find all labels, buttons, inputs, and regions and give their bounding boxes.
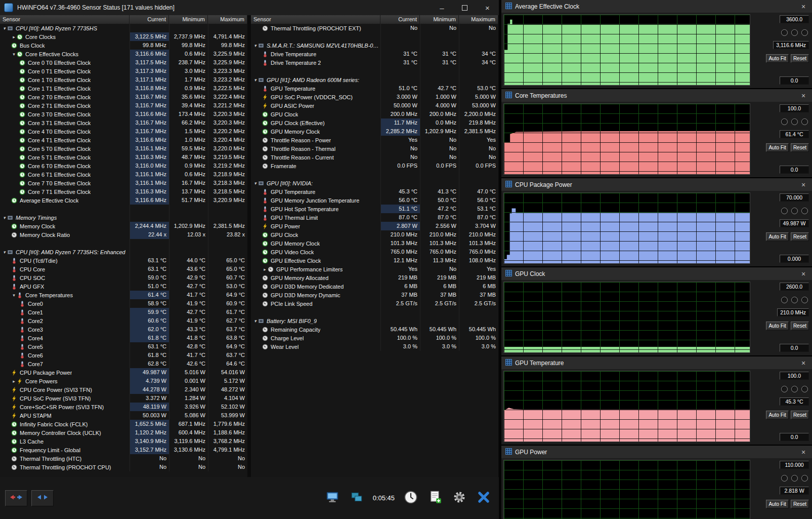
led-indicator[interactable] [801, 208, 808, 214]
led-indicator[interactable] [791, 297, 798, 303]
sensor-row[interactable]: Core 5 T1 Effective Clock3,116.3 MHz48.7… [0, 153, 247, 162]
sensor-row[interactable]: Core461.8 °C41.8 °C63.8 °C [0, 334, 247, 342]
chevron-down-icon[interactable]: ▾ [252, 181, 258, 186]
graph-close-icon[interactable]: × [799, 270, 808, 278]
led-indicator[interactable] [801, 386, 808, 392]
reset-button[interactable]: Reset [791, 54, 809, 63]
led-indicator[interactable] [791, 29, 798, 36]
auto-fit-button[interactable]: Auto Fit [766, 232, 788, 241]
column-header-maximum[interactable]: Maximum [208, 15, 247, 24]
sensor-row[interactable]: Core 0 T1 Effective Clock3,117.3 MHz3.0 … [0, 67, 247, 75]
sensor-row[interactable]: Drive Temperature 231 °C31 °C34 °C [251, 58, 498, 67]
led-indicator[interactable] [781, 29, 788, 36]
sensor-row[interactable]: Core 7 T0 Effective Clock3,116.1 MHz16.7… [0, 179, 247, 187]
sensor-row[interactable]: ▸Core Clocks3,122.5 MHz2,737.9 MHz4,791.… [0, 32, 247, 41]
sensor-row[interactable]: Thermal Throttling (PROCHOT CPU)NoNoNo [0, 463, 247, 471]
sensor-row[interactable]: Throttle Reason - CurrentNoNoNo [251, 153, 498, 162]
graph-header[interactable]: GPU Power× [501, 446, 812, 458]
column-header-current[interactable]: Current [130, 15, 169, 24]
sensor-row[interactable]: PCIe Link Speed2.5 GT/s2.5 GT/s2.5 GT/s [251, 299, 498, 308]
led-indicator[interactable] [801, 118, 808, 125]
sensor-row[interactable]: Core 4 T0 Effective Clock3,116.7 MHz1.5 … [0, 127, 247, 136]
sensor-row[interactable]: GPU D3D Memory Dynamic37 MB37 MB37 MB [251, 291, 498, 299]
chevron-right-icon[interactable]: ▸ [11, 34, 17, 39]
sensor-row[interactable]: Core159.9 °C42.7 °C61.7 °C [0, 308, 247, 316]
chevron-down-icon[interactable]: ▾ [2, 250, 7, 255]
led-indicator[interactable] [781, 208, 788, 214]
sensor-row[interactable]: ▾Core Temperatures61.4 °C41.7 °C64.9 °C [0, 291, 247, 299]
sensor-row[interactable]: Bus Clock99.8 MHz99.8 MHz99.8 MHz [0, 41, 247, 50]
shrink-window-button[interactable] [5, 490, 27, 506]
sensor-row[interactable]: GPU Memory Allocated219 MB219 MB219 MB [251, 273, 498, 282]
sensor-row[interactable]: Core563.1 °C42.8 °C64.9 °C [0, 342, 247, 351]
chevron-right-icon[interactable]: ▸ [11, 379, 17, 384]
clock-button[interactable] [403, 490, 419, 506]
sensor-row[interactable]: Core 0 T0 Effective Clock3,117.5 MHz238.… [0, 58, 247, 67]
sensor-row[interactable]: GPU Temperature45.3 °C41.3 °C47.0 °C [251, 187, 498, 196]
column-header-sensor[interactable]: Sensor [251, 15, 380, 24]
sensor-row[interactable]: Drive Temperature31 °C31 °C34 °C [251, 50, 498, 58]
chevron-down-icon[interactable]: ▾ [11, 52, 17, 57]
sensor-row[interactable]: CPU SOC59.0 °C42.9 °C60.7 °C [0, 273, 247, 282]
sensor-row[interactable]: L3 Cache3,140.9 MHz3,119.6 MHz3,768.2 MH… [0, 437, 247, 446]
sensor-row[interactable]: GPU Hot Spot Temperature51.1 °C47.2 °C53… [251, 205, 498, 213]
sensor-group-row[interactable]: ▾Memory Timings [0, 213, 247, 222]
auto-fit-button[interactable]: Auto Fit [766, 500, 788, 508]
chevron-right-icon[interactable]: ▸ [262, 267, 268, 272]
sensor-row[interactable]: Average Effective Clock3,116.6 MHz51.7 M… [0, 196, 247, 205]
sensor-row[interactable]: Core362.0 °C43.3 °C63.7 °C [0, 325, 247, 334]
reset-button[interactable]: Reset [791, 232, 809, 241]
sensor-row[interactable]: APU STAPM50.003 W5.086 W53.999 W [0, 411, 247, 420]
led-indicator[interactable] [781, 386, 788, 392]
sensor-row[interactable]: Core 6 T0 Effective Clock3,116.0 MHz0.9 … [0, 162, 247, 170]
sensor-row[interactable]: GPU Effective Clock12.1 MHz11.3 MHz108.0… [251, 256, 498, 265]
sensor-row[interactable]: Infinity Fabric Clock (FCLK)1,652.5 MHz6… [0, 420, 247, 428]
sensor-row[interactable]: GPU Clock210.0 MHz210.0 MHz210.0 MHz [251, 230, 498, 239]
chevron-down-icon[interactable]: ▾ [252, 318, 258, 324]
column-header-minimum[interactable]: Minimum [169, 15, 208, 24]
reset-button[interactable]: Reset [791, 143, 809, 152]
graph-header[interactable]: Average Effective Clock× [501, 0, 812, 13]
sensor-row[interactable]: Charge Level100.0 %100.0 %100.0 % [251, 334, 498, 342]
sensor-row[interactable]: CPU SoC Power (SVI3 TFN)3.372 W1.284 W4.… [0, 394, 247, 403]
exit-button[interactable] [476, 490, 492, 506]
sensor-row[interactable]: ▸Core Powers4.739 W0.001 W5.172 W [0, 377, 247, 385]
graph-header[interactable]: Core Temperatures× [501, 89, 812, 102]
sensor-row[interactable]: Core 3 T0 Effective Clock3,116.6 MHz173.… [0, 110, 247, 118]
led-indicator[interactable] [781, 118, 788, 125]
graph-header[interactable]: GPU Temperature× [501, 356, 812, 369]
sensor-group-row[interactable]: ▾S.M.A.R.T.: SAMSUNG MZVL41T0HBLB-00... [251, 41, 498, 50]
column-header-current[interactable]: Current [380, 15, 420, 24]
sensor-row[interactable]: Memory Controller Clock (UCLK)1,120.2 MH… [0, 428, 247, 437]
sensor-row[interactable]: Framerate0.0 FPS0.0 FPS0.0 FPS [251, 162, 498, 170]
sensor-group-row[interactable]: ▾Battery: MSI BIF0_9 [251, 316, 498, 325]
led-indicator[interactable] [781, 297, 788, 303]
led-indicator[interactable] [791, 475, 798, 482]
sensor-row[interactable]: ▾Core Effective Clocks3,116.6 MHz0.6 MHz… [0, 50, 247, 58]
sensor-row[interactable]: Core 1 T0 Effective Clock3,117.1 MHz1.7 … [0, 75, 247, 84]
reset-button[interactable]: Reset [791, 500, 809, 508]
sensor-row[interactable]: Core 7 T1 Effective Clock3,116.3 MHz13.7… [0, 187, 247, 196]
sensor-row[interactable]: GPU Video Clock765.0 MHz765.0 MHz765.0 M… [251, 248, 498, 256]
sensor-row[interactable]: CPU Core63.1 °C43.6 °C65.0 °C [0, 265, 247, 273]
sensor-row[interactable]: Core 2 T1 Effective Clock3,116.7 MHz39.4… [0, 101, 247, 110]
sensor-row[interactable]: GPU D3D Memory Dedicated6 MB6 MB6 MB [251, 282, 498, 291]
led-indicator[interactable] [791, 386, 798, 392]
reset-button[interactable]: Reset [791, 411, 809, 419]
column-header-maximum[interactable]: Maximum [459, 15, 498, 24]
sensor-row[interactable]: Remaining Capacity50.445 Wh50.445 Wh50.4… [251, 325, 498, 334]
sensor-row[interactable]: Thermal Throttling (PROCHOT EXT)NoNoNo [251, 24, 498, 32]
sensor-row[interactable]: Frequency Limit - Global3,152.7 MHz3,130… [0, 446, 247, 454]
led-indicator[interactable] [791, 208, 798, 214]
expand-window-button[interactable] [31, 490, 54, 506]
sensor-row[interactable]: Memory Clock Ratio22.44 x12.03 x23.82 x [0, 230, 247, 239]
column-header-minimum[interactable]: Minimum [420, 15, 459, 24]
sensor-row[interactable]: Core 5 T0 Effective Clock3,116.1 MHz59.5… [0, 144, 247, 153]
maximize-button[interactable] [453, 0, 476, 15]
graph-header[interactable]: CPU Package Power× [501, 178, 812, 191]
graph-close-icon[interactable]: × [799, 359, 808, 367]
graph-close-icon[interactable]: × [799, 3, 808, 11]
graph-close-icon[interactable]: × [799, 92, 808, 100]
sensor-group-row[interactable]: ▾GPU [#0]: NVIDIA: [251, 179, 498, 187]
sensor-row[interactable]: GPU Power2.807 W2.556 W3.704 W [251, 222, 498, 230]
